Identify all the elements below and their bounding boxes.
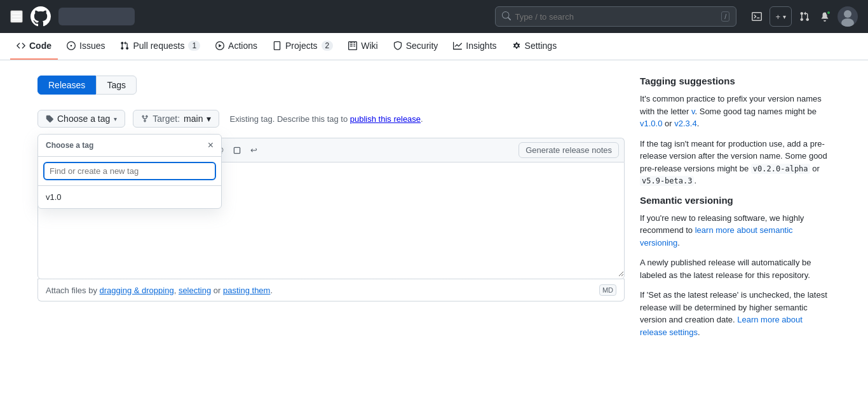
nav-projects[interactable]: Projects 2 <box>266 33 339 60</box>
pr-icon-button[interactable] <box>797 9 812 24</box>
search-shortcut: / <box>721 11 729 22</box>
semantic-para-2: A newly published release will automatic… <box>640 256 831 281</box>
attach-text: Attach files by dragging & dropping, sel… <box>46 286 273 295</box>
sub-nav: Code Issues Pull requests 1 Actions Proj… <box>0 33 868 60</box>
nav-settings[interactable]: Settings <box>506 33 564 60</box>
nav-security[interactable]: Security <box>387 33 445 60</box>
choose-tag-caret: ▾ <box>114 116 117 122</box>
semantic-versioning-link[interactable]: learn more about semantic versioning <box>640 225 793 248</box>
search-input[interactable] <box>515 12 717 22</box>
nav-code-label: Code <box>29 41 51 51</box>
notification-bell-button[interactable] <box>817 9 832 24</box>
search-icon <box>502 11 511 22</box>
hamburger-menu-button[interactable] <box>10 10 23 23</box>
tagging-para-1: It's common practice to prefix your vers… <box>640 93 831 130</box>
semantic-versioning-title: Semantic versioning <box>640 195 831 206</box>
pr-badge: 1 <box>188 41 200 51</box>
tag-search-input[interactable] <box>43 162 216 180</box>
nav-issues-label: Issues <box>79 41 105 51</box>
semantic-para-3: If 'Set as the latest release' is unchec… <box>640 289 831 338</box>
selecting-link[interactable]: selecting <box>179 286 211 295</box>
dropdown-title: Choose a tag <box>46 141 93 150</box>
tag-example-1[interactable]: v1.0.0 <box>640 119 662 128</box>
repo-breadcrumb <box>58 8 135 25</box>
nav-insights-label: Insights <box>466 41 496 51</box>
generate-release-notes-button[interactable]: Generate release notes <box>519 142 619 158</box>
tag-example-2[interactable]: v2.3.4 <box>674 119 696 128</box>
new-button[interactable]: + ▾ <box>770 6 792 27</box>
pasting-link[interactable]: pasting them <box>223 286 270 295</box>
plus-icon: + <box>775 12 780 22</box>
search-bar[interactable]: / <box>495 6 736 27</box>
target-value: main <box>184 114 203 124</box>
sidebar: Tagging suggestions It's common practice… <box>640 76 831 346</box>
release-settings-link[interactable]: Learn more about release settings <box>640 315 803 337</box>
nav-wiki-label: Wiki <box>361 41 377 51</box>
nav-insights[interactable]: Insights <box>447 33 503 60</box>
letter-v: v <box>691 107 695 116</box>
nav-wiki[interactable]: Wiki <box>342 33 384 60</box>
tagging-para-2: If the tag isn't meant for production us… <box>640 138 831 187</box>
nav-actions-label: Actions <box>228 41 257 51</box>
projects-badge: 2 <box>322 41 334 51</box>
dropdown-item[interactable]: v1.0 <box>38 189 221 206</box>
target-caret: ▾ <box>207 114 211 124</box>
toolbar-reference-button[interactable] <box>229 143 245 157</box>
releases-toggle-button[interactable]: Releases <box>37 76 96 95</box>
prerelease-example-2: v5.9-beta.3 <box>640 176 694 186</box>
markdown-icon: MD <box>599 284 616 296</box>
content-area: Releases Tags Choose a tag ▾ Target: mai… <box>37 76 625 346</box>
nav-code[interactable]: Code <box>10 33 58 60</box>
nav-pr-label: Pull requests <box>133 41 184 51</box>
nav-settings-label: Settings <box>525 41 557 51</box>
tagging-suggestions-title: Tagging suggestions <box>640 76 831 86</box>
semantic-para-1: If you're new to releasing software, we … <box>640 212 831 249</box>
top-nav-actions: + ▾ <box>749 6 858 27</box>
view-toggle: Releases Tags <box>37 76 625 95</box>
dropdown-list: v1.0 <box>38 185 221 208</box>
toolbar-reply-button[interactable]: ↩ <box>247 143 261 157</box>
choose-tag-label: Choose a tag <box>57 114 110 124</box>
dropdown-close-button[interactable]: × <box>208 140 214 151</box>
nav-issues[interactable]: Issues <box>60 33 111 60</box>
dropdown-search <box>38 157 221 185</box>
choose-tag-button[interactable]: Choose a tag ▾ <box>37 110 125 128</box>
dragging-link[interactable]: dragging & dropping <box>100 286 174 295</box>
top-nav: / + ▾ <box>0 0 868 33</box>
target-button[interactable]: Target: main ▾ <box>133 110 219 128</box>
notification-dot <box>826 10 831 15</box>
nav-pullrequests[interactable]: Pull requests 1 <box>114 33 207 60</box>
avatar[interactable] <box>837 6 858 27</box>
publish-link[interactable]: publish this release <box>350 114 421 124</box>
nav-actions[interactable]: Actions <box>209 33 264 60</box>
tag-dropdown: Choose a tag × v1.0 <box>37 134 222 209</box>
terminal-button[interactable] <box>749 9 764 24</box>
target-label: Target: <box>153 114 180 124</box>
nav-security-label: Security <box>406 41 438 51</box>
form-row: Choose a tag ▾ Target: main ▾ Choose a t… <box>37 110 625 128</box>
svg-point-1 <box>844 10 851 18</box>
tags-toggle-button[interactable]: Tags <box>96 76 137 95</box>
main-container: Releases Tags Choose a tag ▾ Target: mai… <box>27 60 841 361</box>
dropdown-header: Choose a tag × <box>38 135 221 157</box>
github-logo <box>31 6 51 27</box>
publish-notice: Existing tag. Describe this tag to publi… <box>227 114 423 124</box>
caret-icon: ▾ <box>783 13 786 20</box>
file-attach-area: Attach files by dragging & dropping, sel… <box>37 279 625 301</box>
prerelease-example-1: v0.2.0-alpha <box>751 164 810 174</box>
nav-projects-label: Projects <box>285 41 318 51</box>
